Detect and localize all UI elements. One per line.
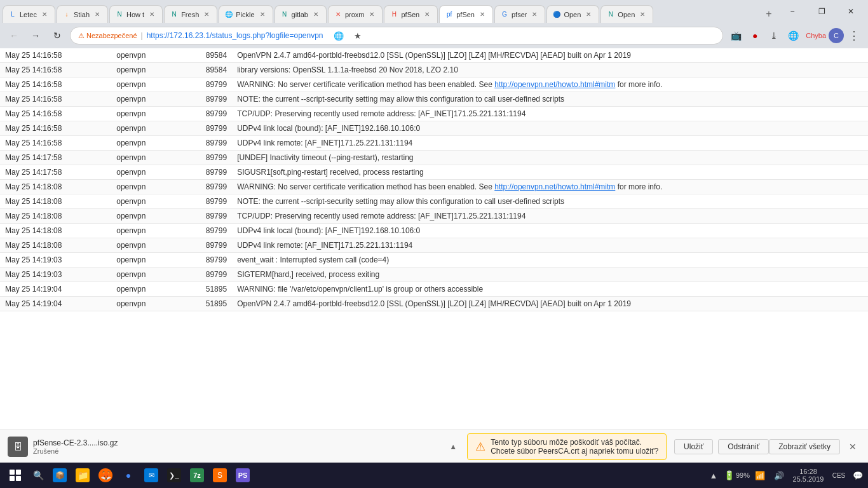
- taskbar-icon-cmd[interactable]: ❯_: [163, 464, 186, 487]
- tab-tab-letec[interactable]: L Letec ✕: [3, 5, 55, 23]
- log-link[interactable]: http://openvpn.net/howto.html#mitm: [494, 182, 615, 191]
- log-pid: 89799: [186, 180, 232, 194]
- start-button[interactable]: [3, 463, 28, 488]
- log-process: openvpn: [111, 253, 186, 268]
- tab-tab-stiah[interactable]: ↓ Stiah ✕: [57, 5, 108, 23]
- battery-icon: 🔋: [724, 470, 735, 480]
- reload-button[interactable]: ↻: [48, 27, 66, 44]
- notification-icon[interactable]: 💬: [850, 465, 865, 485]
- profile-avatar[interactable]: C: [829, 28, 844, 43]
- download-status: Zrušené: [33, 447, 447, 455]
- log-row: May 25 14:16:58 openvpn 89584 library ve…: [0, 63, 868, 78]
- tab-label: Fresh: [181, 11, 199, 18]
- tab-label: pfSen: [401, 11, 419, 18]
- log-row: May 25 14:19:04 openvpn 51895 WARNING: f…: [0, 282, 868, 297]
- tab-tab-google-pf[interactable]: G pfser ✕: [494, 5, 545, 23]
- vpn-icon[interactable]: 🌐: [784, 27, 802, 44]
- log-pid: 89799: [186, 92, 232, 107]
- expand-download-icon[interactable]: ▲: [447, 440, 459, 453]
- tab-tab-open2[interactable]: N Open ✕: [600, 5, 653, 23]
- url-bar[interactable]: ⚠ Nezabezpečené | https://172.16.23.1/st…: [70, 27, 723, 44]
- tab-label: Letec: [20, 11, 37, 18]
- taskbar-icon-explorer[interactable]: 📁: [71, 464, 94, 487]
- save-download-button[interactable]: Uložiť: [674, 439, 713, 454]
- address-bar: ← → ↻ ⚠ Nezabezpečené | https://172.16.2…: [0, 23, 868, 48]
- taskbar-icon-store[interactable]: 📦: [48, 464, 71, 487]
- log-process: openvpn: [111, 48, 186, 63]
- new-tab-button[interactable]: +: [760, 5, 778, 23]
- log-process: openvpn: [111, 238, 186, 253]
- taskbar-icon-7zip[interactable]: 7z: [186, 464, 208, 487]
- log-message: TCP/UDP: Preserving recently used remote…: [232, 209, 868, 224]
- log-pid: 89799: [186, 136, 232, 151]
- log-date: May 25 14:18:08: [0, 209, 111, 224]
- tab-tab-open1[interactable]: 🔵 Open ✕: [546, 5, 599, 23]
- taskbar-up-arrow[interactable]: ▲: [705, 465, 722, 485]
- download-icon[interactable]: ⤓: [765, 27, 783, 44]
- battery-pct: 99%: [736, 471, 750, 479]
- ces-badge: CES: [829, 472, 849, 479]
- taskbar-icon-mail[interactable]: ✉: [140, 464, 163, 487]
- minimize-button[interactable]: −: [778, 0, 807, 23]
- tab-close-icon[interactable]: ✕: [201, 10, 212, 20]
- network-icon[interactable]: 📶: [751, 465, 769, 485]
- tab-favicon: L: [8, 10, 17, 19]
- log-process: openvpn: [111, 63, 186, 78]
- log-pid: 89799: [186, 165, 232, 180]
- tab-tab-fresh[interactable]: N Fresh ✕: [164, 5, 217, 23]
- tab-close-icon[interactable]: ✕: [311, 10, 321, 20]
- back-button[interactable]: ←: [5, 27, 23, 44]
- log-pid: 89799: [186, 224, 232, 238]
- show-all-downloads-button[interactable]: Zobraziť všetky: [769, 439, 840, 454]
- close-button[interactable]: ✕: [836, 0, 865, 23]
- tab-label: proxm: [345, 11, 365, 18]
- log-process: openvpn: [111, 121, 186, 136]
- log-date: May 25 14:16:58: [0, 121, 111, 136]
- maximize-button[interactable]: ❐: [807, 0, 836, 23]
- tab-close-icon[interactable]: ✕: [367, 10, 377, 20]
- search-button[interactable]: 🔍: [28, 465, 48, 485]
- log-message: WARNING: No server certificate verificat…: [232, 78, 868, 92]
- taskbar-icon-sublime[interactable]: S: [208, 464, 231, 487]
- translate-icon[interactable]: 🌐: [331, 28, 346, 43]
- tab-tab-pfsens2[interactable]: pf pfSen ✕: [439, 5, 493, 23]
- tab-tab-gitlab[interactable]: N gitlab ✕: [275, 5, 327, 23]
- log-row: May 25 14:16:58 openvpn 89799 WARNING: N…: [0, 78, 868, 92]
- tab-label: pfser: [512, 11, 527, 18]
- close-download-bar-button[interactable]: ✕: [845, 439, 860, 454]
- tab-close-icon[interactable]: ✕: [637, 10, 648, 20]
- tab-tab-proxm[interactable]: ✕ proxm ✕: [328, 5, 383, 23]
- tab-close-icon[interactable]: ✕: [422, 10, 432, 20]
- opera-icon[interactable]: ●: [746, 27, 764, 44]
- log-message: SIGTERM[hard,] received, process exiting: [232, 268, 868, 282]
- log-date: May 25 14:18:08: [0, 194, 111, 209]
- url-icons: 🌐 ★: [331, 28, 365, 43]
- tab-close-icon[interactable]: ✕: [583, 10, 593, 20]
- log-date: May 25 14:17:58: [0, 151, 111, 165]
- taskbar-icon-phpstorm[interactable]: PS: [231, 464, 254, 487]
- tab-close-icon[interactable]: ✕: [257, 10, 268, 20]
- tab-close-icon[interactable]: ✕: [477, 10, 487, 20]
- tab-close-icon[interactable]: ✕: [39, 10, 50, 20]
- tab-tab-how[interactable]: N How t ✕: [109, 5, 163, 23]
- volume-icon[interactable]: 🔊: [770, 465, 788, 485]
- tab-close-icon[interactable]: ✕: [147, 10, 157, 20]
- forward-button[interactable]: →: [27, 27, 44, 44]
- log-process: openvpn: [111, 282, 186, 297]
- tab-close-icon[interactable]: ✕: [92, 10, 102, 20]
- log-process: openvpn: [111, 209, 186, 224]
- cast-icon[interactable]: 📺: [727, 27, 745, 44]
- log-pid: 89799: [186, 151, 232, 165]
- bookmark-icon[interactable]: ★: [350, 28, 365, 43]
- taskbar-icon-firefox[interactable]: 🦊: [94, 464, 117, 487]
- tab-close-icon[interactable]: ✕: [529, 10, 539, 20]
- taskbar-icon-chrome[interactable]: ●: [117, 464, 140, 487]
- clock[interactable]: 16:28 25.5.2019: [789, 468, 827, 483]
- tab-tab-pfsens1[interactable]: H pfSen ✕: [384, 5, 438, 23]
- menu-icon[interactable]: ⋮: [845, 27, 863, 44]
- remove-download-button[interactable]: Odstrániť: [718, 439, 769, 454]
- log-link[interactable]: http://openvpn.net/howto.html#mitm: [494, 80, 615, 89]
- tab-tab-pickle[interactable]: 🌐 Pickle ✕: [219, 5, 273, 23]
- tab-label: Pickle: [236, 11, 254, 18]
- log-row: May 25 14:16:58 openvpn 89799 TCP/UDP: P…: [0, 107, 868, 121]
